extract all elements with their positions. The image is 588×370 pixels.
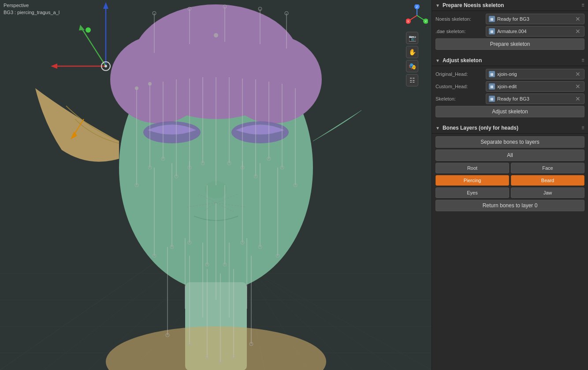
custom-head-row: Custom_Head: ▦ xjoin-edit ✕ — [435, 81, 584, 92]
bones-drag-handle: ⠿ — [581, 126, 584, 131]
dae-skeleton-value: Armature.004 — [497, 29, 527, 34]
axis-gizmo: Z X Y — [406, 4, 428, 26]
prepare-drag-handle: ⠿ — [581, 3, 584, 8]
skeleton-field[interactable]: ▦ Ready for BG3 ✕ — [486, 93, 584, 104]
dae-skeleton-inner: ▦ Armature.004 — [489, 28, 574, 34]
face-btn[interactable]: Face — [511, 163, 584, 173]
skeleton-label: Skeleton: — [435, 96, 484, 101]
original-head-inner: ▦ xjoin-orig — [489, 71, 574, 77]
3d-viewport[interactable]: Perspective BG3 : piercing_tragus_a_l Z … — [0, 0, 432, 370]
custom-head-close-btn[interactable]: ✕ — [574, 83, 581, 90]
section-bones-header-left: ▼ Bones Layers (only for heads) — [435, 125, 518, 131]
render-tool-btn[interactable]: 🎭 — [406, 60, 418, 72]
custom-head-inner: ▦ xjoin-edit — [489, 83, 574, 90]
separate-bones-btn[interactable]: Separate bones to layers — [435, 136, 584, 148]
noesis-close-btn[interactable]: ✕ — [574, 15, 581, 22]
skel-close-btn[interactable]: ✕ — [574, 95, 581, 102]
grid-tool-btn[interactable]: ☷ — [406, 74, 418, 86]
svg-point-110 — [86, 27, 91, 33]
skeleton-inner: ▦ Ready for BG3 — [489, 96, 574, 102]
skeleton-value: Ready for BG3 — [497, 96, 529, 101]
dae-skeleton-field[interactable]: ▦ Armature.004 ✕ — [486, 26, 584, 37]
view-tool-btn[interactable]: 📷 — [406, 32, 418, 44]
adjust-body: Original_Head: ▦ xjoin-orig ✕ Custom_Hea… — [432, 66, 588, 122]
grab-tool-btn[interactable]: ✋ — [406, 46, 418, 58]
custom-head-value: xjoin-edit — [497, 84, 517, 89]
svg-point-95 — [214, 33, 218, 37]
prepare-skeleton-btn[interactable]: Prepare skeleton — [435, 38, 584, 50]
orig-mesh-icon: ▦ — [489, 71, 495, 77]
root-btn[interactable]: Root — [435, 163, 509, 173]
eyes-jaw-row: Eyes Jaw — [435, 187, 584, 198]
grid-icon: ☷ — [409, 77, 415, 84]
render-icon: 🎭 — [409, 63, 416, 70]
jaw-btn[interactable]: Jaw — [511, 187, 584, 198]
section-bones-header[interactable]: ▼ Bones Layers (only for heads) ⠿ — [432, 123, 588, 134]
section-adjust-skeleton: ▼ Adjust skeleton ⠿ Original_Head: ▦ xjo… — [432, 55, 588, 122]
section-adjust-header-left: ▼ Adjust skeleton — [435, 57, 482, 64]
section-adjust-header[interactable]: ▼ Adjust skeleton ⠿ — [432, 55, 588, 66]
custom-mesh-icon: ▦ — [489, 83, 495, 90]
piercing-beard-row: Piercing Beard — [435, 175, 584, 186]
svg-point-93 — [135, 86, 138, 90]
custom-head-label: Custom_Head: — [435, 84, 484, 89]
viewport-tools: Z X Y 📷 ✋ 🎭 ☷ — [406, 4, 428, 86]
original-head-field[interactable]: ▦ xjoin-orig ✕ — [486, 69, 584, 79]
svg-point-18 — [110, 35, 207, 123]
orig-head-close-btn[interactable]: ✕ — [574, 71, 581, 78]
custom-head-field[interactable]: ▦ xjoin-edit ✕ — [486, 81, 584, 92]
root-face-row: Root Face — [435, 163, 584, 173]
original-head-value: xjoin-orig — [497, 71, 517, 77]
dae-skeleton-row: .dae skeleton: ▦ Armature.004 ✕ — [435, 26, 584, 37]
original-head-row: Original_Head: ▦ xjoin-orig ✕ — [435, 69, 584, 79]
beard-btn[interactable]: Beard — [511, 175, 584, 186]
viewport-object-label: BG3 : piercing_tragus_a_l — [4, 10, 60, 15]
noesis-skeleton-value: Ready for BG3 — [497, 16, 529, 22]
bones-collapse-arrow: ▼ — [435, 126, 440, 131]
skel-mesh-icon: ▦ — [489, 96, 495, 102]
eyes-btn[interactable]: Eyes — [435, 187, 509, 198]
noesis-skeleton-row: Noesis skeleton: ▦ Ready for BG3 ✕ — [435, 14, 584, 24]
section-prepare-header-left: ▼ Prepare Noesis skeleton — [435, 2, 504, 8]
viewport-mode-label: Perspective — [4, 3, 29, 8]
svg-point-109 — [104, 65, 107, 67]
piercing-btn[interactable]: Piercing — [435, 175, 509, 186]
section-prepare-skeleton: ▼ Prepare Noesis skeleton ⠿ Noesis skele… — [432, 0, 588, 54]
hand-icon: ✋ — [409, 49, 416, 56]
section-bones-layers: ▼ Bones Layers (only for heads) ⠿ Separa… — [432, 123, 588, 216]
bones-body: Separate bones to layers All Root Face P… — [432, 134, 588, 216]
noesis-skeleton-field[interactable]: ▦ Ready for BG3 ✕ — [486, 14, 584, 24]
noesis-skeleton-inner: ▦ Ready for BG3 — [489, 16, 574, 22]
axis-gizmo-svg: Z X Y — [406, 4, 428, 26]
svg-point-94 — [148, 82, 152, 86]
prepare-collapse-arrow: ▼ — [435, 3, 440, 8]
prepare-body: Noesis skeleton: ▦ Ready for BG3 ✕ .dae … — [432, 11, 588, 54]
right-panel: ▼ Prepare Noesis skeleton ⠿ Noesis skele… — [432, 0, 588, 370]
camera-icon: 📷 — [409, 34, 416, 41]
dae-mesh-icon: ▦ — [489, 28, 495, 34]
section-prepare-header[interactable]: ▼ Prepare Noesis skeleton ⠿ — [432, 0, 588, 11]
prepare-title: Prepare Noesis skeleton — [443, 2, 504, 8]
adjust-drag-handle: ⠿ — [581, 58, 584, 63]
adjust-skeleton-btn[interactable]: Adjust skeleton — [435, 106, 584, 117]
return-bones-btn[interactable]: Return bones to layer 0 — [435, 200, 584, 211]
scene-canvas — [0, 0, 432, 370]
original-head-label: Original_Head: — [435, 71, 484, 77]
adjust-collapse-arrow: ▼ — [435, 58, 440, 63]
svg-text:Z: Z — [416, 5, 418, 9]
skeleton-row: Skeleton: ▦ Ready for BG3 ✕ — [435, 93, 584, 104]
svg-point-19 — [225, 35, 322, 123]
svg-text:X: X — [407, 19, 409, 23]
all-btn[interactable]: All — [435, 149, 584, 161]
svg-text:Y: Y — [424, 19, 427, 23]
dae-skeleton-label: .dae skeleton: — [435, 29, 484, 34]
adjust-title: Adjust skeleton — [443, 57, 482, 64]
bones-title: Bones Layers (only for heads) — [443, 125, 518, 131]
noesis-skeleton-label: Noesis skeleton: — [435, 16, 484, 22]
noesis-mesh-icon: ▦ — [489, 16, 495, 22]
dae-close-btn[interactable]: ✕ — [574, 28, 581, 35]
